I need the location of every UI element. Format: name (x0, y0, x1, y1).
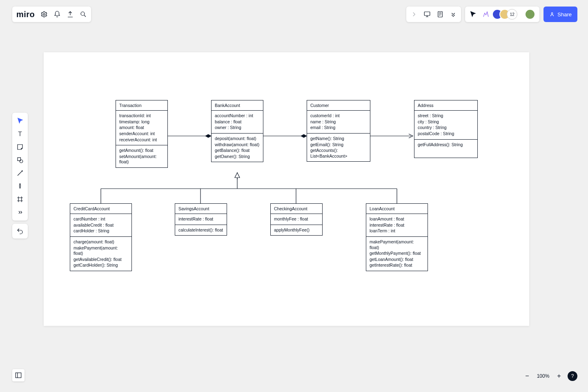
gear-icon[interactable] (40, 11, 48, 18)
zoom-controls: − 100% + ? (522, 371, 577, 381)
class-member: amount: float (119, 125, 164, 131)
class-member: city : String (418, 119, 474, 125)
class-customer[interactable]: Customer customerId : intname : Stringem… (307, 100, 370, 162)
class-name: Customer (307, 100, 370, 111)
zoom-in-button[interactable]: + (554, 371, 564, 381)
class-member: monthlyFee : float (274, 216, 319, 222)
class-member: interestRate : float (178, 216, 223, 222)
class-member: getLoanAmount(): float (370, 257, 424, 263)
class-member: cardNumber : int (74, 216, 128, 222)
class-creditcardaccount[interactable]: CreditCardAccount cardNumber : intavaila… (70, 203, 132, 271)
class-methods: deposit(amount: float)withdraw(amount: f… (212, 134, 263, 162)
top-left-toolbar: miro (12, 7, 91, 22)
top-right-toolbar: 12 Share (406, 7, 577, 22)
class-member: receiverAccount: int (119, 137, 164, 143)
svg-rect-2 (425, 12, 430, 16)
class-member: name : String (310, 119, 367, 125)
class-member: calculateInterest(): float (178, 227, 223, 233)
help-button[interactable]: ? (568, 371, 577, 381)
svg-point-1 (81, 12, 85, 16)
class-name: CreditCardAccount (70, 204, 131, 214)
class-member: getMonthlyPayment(): float (370, 251, 424, 256)
presentation-icon[interactable] (423, 11, 431, 18)
board-canvas[interactable]: Transaction transactionId: inttimestamp:… (44, 52, 529, 326)
class-transaction[interactable]: Transaction transactionId: inttimestamp:… (116, 100, 168, 168)
class-name: LoanAccount (366, 204, 428, 214)
upload-icon[interactable] (67, 11, 74, 18)
more-tools-icon[interactable] (16, 208, 24, 216)
class-savingsaccount[interactable]: SavingsAccount interestRate : float calc… (175, 203, 227, 236)
class-member: getAvailableCredit(): float (74, 257, 128, 263)
search-icon[interactable] (80, 11, 87, 18)
chevron-down-double-icon[interactable] (450, 11, 457, 18)
class-member: availableCredit : float (74, 223, 128, 228)
class-member: transactionId: int (119, 113, 164, 119)
svg-rect-7 (16, 373, 21, 378)
sticky-note-icon[interactable] (16, 143, 24, 151)
class-member: getEmail(): String (310, 142, 367, 148)
class-methods: getName(): StringgetEmail(): StringgetAc… (307, 134, 370, 162)
notes-icon[interactable] (437, 11, 444, 18)
class-address[interactable]: Address street : Stringcity : Stringcoun… (414, 100, 478, 158)
class-methods: getAmount(): floatsetAmount(amount: floa… (116, 145, 167, 167)
relationships-layer (44, 52, 529, 326)
class-member: setAmount(amount: float) (119, 154, 164, 165)
svg-marker-14 (235, 173, 240, 178)
class-member: getName(): String (310, 136, 367, 142)
class-member: interestRate : float (370, 223, 424, 228)
pen-tool-icon[interactable] (16, 182, 24, 190)
select-tool-icon[interactable] (16, 117, 24, 125)
class-member: getCardHolder(): String (74, 263, 128, 268)
cursor-box: 12 (465, 7, 539, 22)
class-member: balance : float (215, 119, 260, 125)
class-member: accountNumber : int (215, 113, 260, 119)
class-checkingaccount[interactable]: CheckingAccount monthlyFee : float apply… (270, 203, 323, 236)
svg-marker-11 (301, 134, 307, 138)
undo-button[interactable] (12, 224, 28, 238)
class-name: Address (414, 100, 477, 111)
svg-rect-3 (438, 11, 443, 17)
zoom-out-button[interactable]: − (522, 371, 532, 381)
class-member: timestamp: long (119, 119, 164, 125)
svg-point-0 (43, 13, 45, 16)
share-label: Share (557, 11, 572, 18)
cursor-icon[interactable] (469, 11, 477, 18)
svg-marker-9 (205, 134, 211, 138)
shape-tool-icon[interactable] (16, 156, 24, 164)
class-attributes: monthlyFee : float (271, 214, 322, 225)
avatar-stack[interactable]: 12 (495, 9, 517, 20)
bell-icon[interactable] (53, 11, 61, 18)
class-member: getAmount(): float (119, 148, 164, 154)
reactions-icon[interactable] (482, 11, 490, 18)
class-attributes: customerId : intname : Stringemail : Str… (307, 111, 370, 134)
chevron-right-icon[interactable] (410, 11, 418, 18)
class-member: owner : String (215, 125, 260, 131)
class-member: loanAmount : float (370, 216, 424, 222)
class-loanaccount[interactable]: LoanAccount loanAmount : floatinterestRa… (366, 203, 428, 271)
frame-tool-icon[interactable] (16, 195, 24, 203)
avatar (525, 9, 535, 20)
class-member: loanTerm : int (370, 228, 424, 234)
class-member: email : String (310, 125, 367, 131)
svg-point-4 (552, 13, 553, 14)
class-member: cardHolder : String (74, 228, 128, 234)
left-toolbar (12, 113, 28, 220)
avatar-overflow-count: 12 (507, 9, 517, 20)
class-attributes: street : Stringcity : Stringcountry : St… (414, 111, 477, 140)
text-tool-icon[interactable] (16, 130, 24, 138)
class-member: country : String (418, 125, 474, 131)
zoom-level[interactable]: 100% (536, 373, 550, 379)
class-member: senderAccount: int (119, 131, 164, 137)
class-attributes: loanAmount : floatinterestRate : floatlo… (366, 214, 428, 237)
class-member: postalCode : String (418, 131, 474, 137)
class-attributes: transactionId: inttimestamp: longamount:… (116, 111, 167, 145)
class-name: SavingsAccount (175, 204, 227, 214)
frames-panel-button[interactable] (12, 369, 24, 381)
class-member: makePayment(amount: float) (74, 245, 128, 256)
class-attributes: accountNumber : intbalance : floatowner … (212, 111, 263, 134)
line-tool-icon[interactable] (16, 169, 24, 177)
share-button[interactable]: Share (543, 7, 577, 22)
class-bankaccount[interactable]: BankAccount accountNumber : intbalance :… (211, 100, 263, 162)
class-member: deposit(amount: float) (215, 136, 260, 142)
class-methods: makePayment(amount: float)getMonthlyPaym… (366, 237, 428, 271)
